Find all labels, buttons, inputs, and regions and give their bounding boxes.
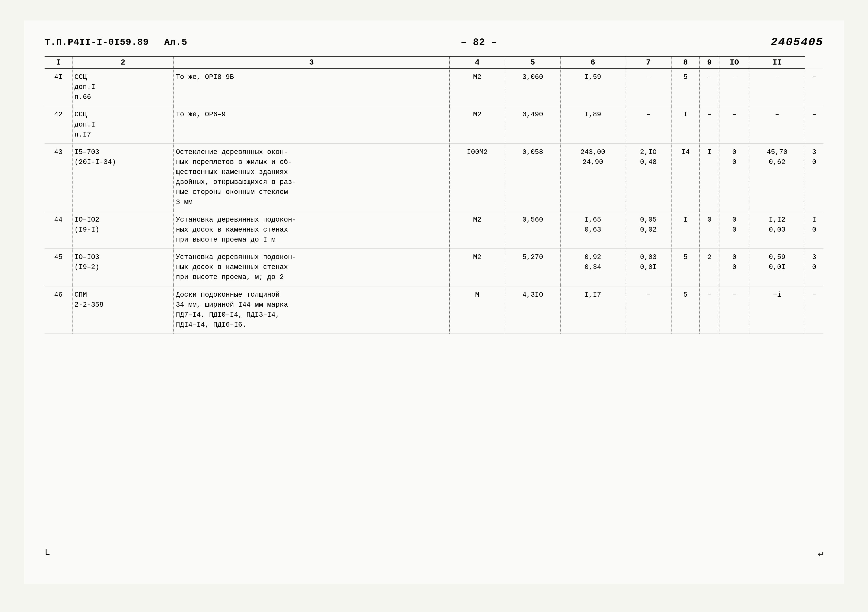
footer: L ↵ bbox=[45, 547, 823, 558]
cell-row2-col6: I,89 bbox=[561, 106, 625, 144]
col-header-11: II bbox=[749, 57, 805, 68]
footer-left: L bbox=[45, 547, 50, 558]
table-row: 45IO–IO3 (I9–2)Установка деревянных подо… bbox=[45, 249, 823, 286]
cell-row6-col3: Доски подоконные толщиной 34 мм, шириной… bbox=[174, 286, 450, 334]
cell-row5-col11: 0,59 0,0I bbox=[749, 249, 805, 286]
cell-row6-col6: I,I7 bbox=[561, 286, 625, 334]
cell-row5-col8: 5 bbox=[671, 249, 699, 286]
page: Т.П.Р4II-I-0I59.89 Ал.5 – 82 – 2405405 I… bbox=[24, 20, 844, 584]
cell-row4-col11: I,I2 0,03 bbox=[749, 211, 805, 248]
cell-row6-col10: – bbox=[719, 286, 749, 334]
cell-row5-col3: Установка деревянных подокон- ных досок … bbox=[174, 249, 450, 286]
page-number: – 82 – bbox=[460, 37, 497, 48]
table-row: 4IССЦ доп.I п.66То же, ОРI8–9ВМ23,060I,5… bbox=[45, 68, 823, 106]
col-header-2: 2 bbox=[72, 57, 174, 68]
cell-row4-col10: 0 0 bbox=[719, 211, 749, 248]
table-row: 42ССЦ доп.I п.I7То же, ОР6–9М20,490I,89–… bbox=[45, 106, 823, 144]
cell-row3-col10: 0 0 bbox=[719, 144, 749, 211]
cell-row4-col8: I bbox=[671, 211, 699, 248]
cell-row3-col9: I bbox=[699, 144, 719, 211]
col-header-1: I bbox=[45, 57, 72, 68]
cell-row4-col12: I 0 bbox=[805, 211, 823, 248]
cell-row3-col2: I5–703 (20I-I-34) bbox=[72, 144, 174, 211]
cell-row5-col9: 2 bbox=[699, 249, 719, 286]
cell-row2-col7: – bbox=[625, 106, 671, 144]
col-header-7: 7 bbox=[625, 57, 671, 68]
cell-row1-col9: – bbox=[699, 68, 719, 106]
cell-row4-col1: 44 bbox=[45, 211, 72, 248]
cell-row2-col12: – bbox=[805, 106, 823, 144]
main-table: I 2 3 4 5 6 7 8 9 IO II 4IССЦ доп.I п.66… bbox=[45, 56, 823, 334]
cell-row1-col6: I,59 bbox=[561, 68, 625, 106]
col-header-8: 8 bbox=[671, 57, 699, 68]
cell-row1-col11: – bbox=[749, 68, 805, 106]
cell-row3-col11: 45,70 0,62 bbox=[749, 144, 805, 211]
cell-row6-col5: 4,3IO bbox=[505, 286, 561, 334]
cell-row2-col11: – bbox=[749, 106, 805, 144]
column-header-row: I 2 3 4 5 6 7 8 9 IO II bbox=[45, 57, 823, 68]
table-row: 44IO–IO2 (I9-I)Установка деревянных подо… bbox=[45, 211, 823, 248]
cell-row6-col12: – bbox=[805, 286, 823, 334]
cell-row3-col1: 43 bbox=[45, 144, 72, 211]
cell-row1-col1: 4I bbox=[45, 68, 72, 106]
col-header-3: 3 bbox=[174, 57, 450, 68]
sheet-label: Ал.5 bbox=[164, 37, 187, 48]
cell-row6-col7: – bbox=[625, 286, 671, 334]
cell-row1-col10: – bbox=[719, 68, 749, 106]
cell-row6-col2: СПМ 2-2-358 bbox=[72, 286, 174, 334]
cell-row2-col10: – bbox=[719, 106, 749, 144]
cell-row4-col6: I,65 0,63 bbox=[561, 211, 625, 248]
cell-row4-col5: 0,560 bbox=[505, 211, 561, 248]
cell-row5-col10: 0 0 bbox=[719, 249, 749, 286]
footer-right: ↵ bbox=[818, 547, 823, 558]
cell-row2-col1: 42 bbox=[45, 106, 72, 144]
cell-row5-col5: 5,270 bbox=[505, 249, 561, 286]
cell-row5-col6: 0,92 0,34 bbox=[561, 249, 625, 286]
cell-row1-col12: – bbox=[805, 68, 823, 106]
col-header-6: 6 bbox=[561, 57, 625, 68]
doc-id: Т.П.Р4II-I-0I59.89 bbox=[45, 37, 149, 48]
cell-row5-col1: 45 bbox=[45, 249, 72, 286]
stamp: 2405405 bbox=[770, 36, 823, 49]
cell-row4-col4: М2 bbox=[450, 211, 505, 248]
cell-row6-col9: – bbox=[699, 286, 719, 334]
cell-row3-col5: 0,058 bbox=[505, 144, 561, 211]
cell-row5-col7: 0,03 0,0I bbox=[625, 249, 671, 286]
col-header-9: 9 bbox=[699, 57, 719, 68]
cell-row6-col11: –i bbox=[749, 286, 805, 334]
page-header: Т.П.Р4II-I-0I59.89 Ал.5 – 82 – 2405405 bbox=[45, 36, 823, 49]
cell-row2-col5: 0,490 bbox=[505, 106, 561, 144]
cell-row1-col7: – bbox=[625, 68, 671, 106]
cell-row6-col1: 46 bbox=[45, 286, 72, 334]
cell-row6-col8: 5 bbox=[671, 286, 699, 334]
cell-row4-col7: 0,05 0,02 bbox=[625, 211, 671, 248]
cell-row4-col9: 0 bbox=[699, 211, 719, 248]
cell-row5-col12: 3 0 bbox=[805, 249, 823, 286]
table-row: 46СПМ 2-2-358Доски подоконные толщиной 3… bbox=[45, 286, 823, 334]
cell-row4-col2: IO–IO2 (I9-I) bbox=[72, 211, 174, 248]
cell-row1-col2: ССЦ доп.I п.66 bbox=[72, 68, 174, 106]
cell-row1-col8: 5 bbox=[671, 68, 699, 106]
header-left: Т.П.Р4II-I-0I59.89 Ал.5 bbox=[45, 37, 187, 48]
cell-row4-col3: Установка деревянных подокон- ных досок … bbox=[174, 211, 450, 248]
cell-row5-col2: IO–IO3 (I9–2) bbox=[72, 249, 174, 286]
cell-row3-col8: I4 bbox=[671, 144, 699, 211]
cell-row1-col3: То же, ОРI8–9В bbox=[174, 68, 450, 106]
cell-row3-col6: 243,00 24,90 bbox=[561, 144, 625, 211]
col-header-10: IO bbox=[719, 57, 749, 68]
cell-row1-col4: М2 bbox=[450, 68, 505, 106]
cell-row2-col4: М2 bbox=[450, 106, 505, 144]
cell-row2-col8: I bbox=[671, 106, 699, 144]
cell-row3-col4: I00М2 bbox=[450, 144, 505, 211]
col-header-4: 4 bbox=[450, 57, 505, 68]
cell-row6-col4: М bbox=[450, 286, 505, 334]
cell-row2-col2: ССЦ доп.I п.I7 bbox=[72, 106, 174, 144]
cell-row1-col5: 3,060 bbox=[505, 68, 561, 106]
cell-row2-col9: – bbox=[699, 106, 719, 144]
cell-row3-col7: 2,IO 0,48 bbox=[625, 144, 671, 211]
cell-row2-col3: То же, ОР6–9 bbox=[174, 106, 450, 144]
cell-row5-col4: М2 bbox=[450, 249, 505, 286]
col-header-5: 5 bbox=[505, 57, 561, 68]
table-row: 43I5–703 (20I-I-34)Остекление деревянных… bbox=[45, 144, 823, 211]
cell-row3-col12: 3 0 bbox=[805, 144, 823, 211]
